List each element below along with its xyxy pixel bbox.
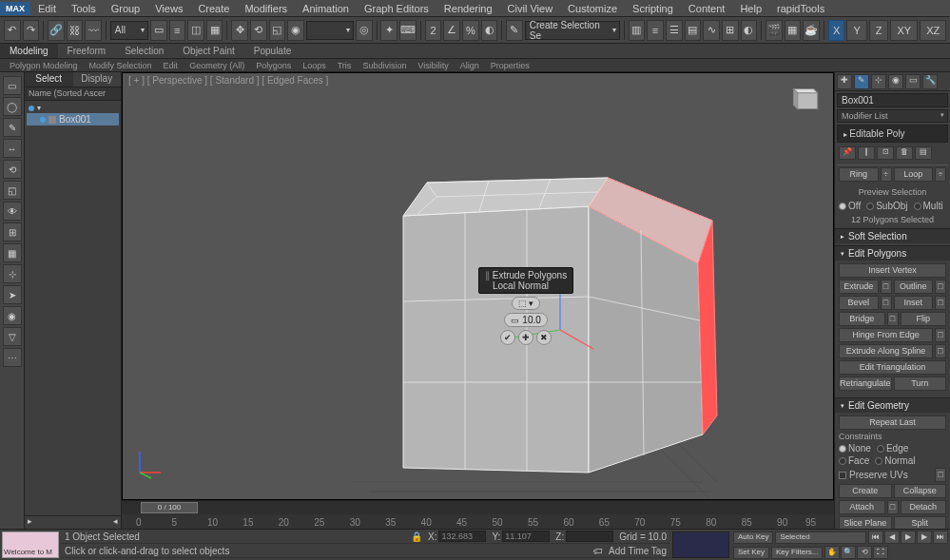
scene-node-box001[interactable]: Box001 (27, 113, 119, 126)
constraint-edge-radio[interactable]: Edge (877, 443, 908, 454)
undo-button[interactable]: ↶ (4, 20, 21, 41)
collapse-button[interactable]: Collapse (894, 484, 947, 498)
material-editor-button[interactable]: ◐ (741, 20, 758, 41)
rotate-button[interactable]: ⟲ (250, 20, 267, 41)
scene-expand-icon[interactable]: ▸ (28, 516, 32, 529)
nav-pan-button[interactable]: ✋ (824, 546, 840, 559)
menu-content[interactable]: Content (681, 1, 733, 16)
time-slider-knob[interactable]: 0 / 100 (141, 502, 198, 513)
attach-button[interactable]: Attach (839, 500, 885, 514)
axis-y-button[interactable]: Y (846, 20, 866, 41)
lt-misc[interactable]: ⋯ (3, 348, 22, 367)
ribbon-modeling[interactable]: Modeling (0, 44, 58, 58)
use-center-button[interactable]: ◎ (356, 20, 373, 41)
menu-scripting[interactable]: Scripting (625, 1, 681, 16)
goto-start-button[interactable]: ⏮ (868, 531, 883, 544)
render-setup-button[interactable]: 🎬 (766, 20, 783, 41)
create-button[interactable]: Create (839, 484, 892, 498)
ribbon-panel-loops[interactable]: Loops (297, 60, 332, 71)
axis-xz-button[interactable]: XZ (920, 20, 946, 41)
prev-frame-button[interactable]: ◀ (884, 531, 900, 544)
play-button[interactable]: ▶ (901, 531, 916, 544)
lt-snap[interactable]: ⊞ (3, 222, 22, 241)
extrude-spline-button[interactable]: Extrude Along Spline (839, 344, 933, 358)
snap-angle-button[interactable]: ∠ (443, 20, 460, 41)
detach-button[interactable]: Detach (901, 500, 947, 514)
ribbon-panel-modify-sel[interactable]: Modify Selection (84, 60, 158, 71)
inset-button[interactable]: Inset (894, 296, 934, 310)
menu-help[interactable]: Help (732, 1, 769, 16)
edit-named-sel-button[interactable]: ✎ (506, 20, 523, 41)
ribbon-panel-align[interactable]: Align (455, 60, 485, 71)
time-ruler[interactable]: 0 5 10 15 20 25 30 35 40 45 50 55 60 65 … (122, 514, 834, 530)
ribbon-panel-geometry[interactable]: Geometry (All) (184, 60, 250, 71)
auto-key-button[interactable]: Auto Key (733, 531, 773, 544)
rollout-editpoly-header[interactable]: Edit Polygons (835, 246, 950, 261)
cp-display-tab[interactable]: ▭ (905, 74, 921, 89)
bridge-button[interactable]: Bridge (839, 312, 885, 326)
axis-x-button[interactable]: X (828, 20, 845, 41)
menu-tools[interactable]: Tools (64, 1, 104, 16)
time-slider[interactable]: 0 / 100 (122, 501, 834, 514)
ribbon-panel-tris[interactable]: Tris (332, 60, 358, 71)
ref-coord-dropdown[interactable] (306, 21, 354, 40)
constraint-normal-radio[interactable]: Normal (875, 455, 915, 466)
cp-motion-tab[interactable]: ◉ (888, 74, 903, 89)
layer-explorer-button[interactable]: ▤ (685, 20, 702, 41)
nav-zoom-button[interactable]: 🔍 (841, 546, 856, 559)
layers-button[interactable]: ☰ (666, 20, 683, 41)
lt-arrow[interactable]: ➤ (3, 285, 22, 304)
ribbon-selection[interactable]: Selection (115, 44, 173, 58)
constraint-none-radio[interactable]: None (839, 443, 871, 454)
render-button[interactable]: ☕ (803, 20, 820, 41)
keyboard-shortcut-button[interactable]: ⌨ (399, 20, 417, 41)
coord-y-input[interactable] (502, 531, 550, 542)
show-result-button[interactable]: ∥ (858, 146, 875, 160)
cp-hierarchy-tab[interactable]: ⊹ (871, 74, 886, 89)
retriangulate-button[interactable]: Retriangulate (839, 377, 892, 391)
remove-mod-button[interactable]: 🗑 (896, 146, 913, 160)
cp-utilities-tab[interactable]: 🔧 (922, 74, 938, 89)
modifier-stack[interactable]: Editable Poly (837, 125, 948, 143)
stack-editable-poly[interactable]: Editable Poly (840, 127, 945, 140)
preview-subobj-radio[interactable]: SubObj (866, 201, 907, 211)
rollout-soft-header[interactable]: Soft Selection (835, 229, 950, 243)
lt-triangle[interactable]: ▽ (3, 327, 22, 346)
align-button[interactable]: ≡ (647, 20, 664, 41)
set-key-button[interactable]: Set Key (733, 547, 769, 559)
ribbon-panel-polygons[interactable]: Polygons (250, 60, 297, 71)
edit-tri-button[interactable]: Edit Triangulation (839, 360, 946, 375)
render-frame-button[interactable]: ▦ (785, 20, 802, 41)
menu-edit[interactable]: Edit (30, 1, 64, 16)
add-time-tag-button[interactable]: Add Time Tag (609, 546, 667, 556)
link-button[interactable]: 🔗 (48, 20, 65, 41)
ribbon-freeform[interactable]: Freeform (58, 44, 116, 58)
ribbon-panel-subdiv[interactable]: Subdivision (357, 60, 412, 71)
redo-button[interactable]: ↷ (23, 20, 40, 41)
preview-multi-radio[interactable]: Multi (914, 201, 943, 211)
key-filters-button[interactable]: Key Filters... (771, 547, 823, 559)
scene-node-root[interactable]: ▾ (27, 103, 119, 113)
attach-list-button[interactable]: □ (887, 500, 899, 514)
maxscript-listener[interactable]: Welcome to M (2, 531, 59, 558)
visibility-dot-icon[interactable] (29, 106, 34, 111)
viewcube[interactable] (784, 79, 824, 119)
named-sel-dropdown[interactable]: Create Selection Se (525, 21, 620, 40)
axis-xy-button[interactable]: XY (890, 20, 918, 41)
ribbon-panel-visibility[interactable]: Visibility (412, 60, 454, 71)
ribbon-panel-edit[interactable]: Edit (158, 60, 184, 71)
ribbon-panel-properties[interactable]: Properties (485, 60, 535, 71)
mirror-button[interactable]: ▥ (629, 20, 646, 41)
rollout-editgeo-header[interactable]: Edit Geometry (835, 398, 950, 413)
ring-button[interactable]: Ring (839, 167, 879, 182)
cp-create-tab[interactable]: ✚ (837, 74, 852, 89)
bind-spacewarp-button[interactable]: 〰 (85, 20, 102, 41)
menu-views[interactable]: Views (147, 1, 190, 16)
snap-percent-button[interactable]: % (462, 20, 479, 41)
coord-z-input[interactable] (566, 531, 613, 542)
menu-create[interactable]: Create (190, 1, 237, 16)
lt-rotate[interactable]: ⟲ (3, 160, 22, 179)
placement-button[interactable]: ◉ (287, 20, 304, 41)
viewport[interactable]: [ + ] [ Perspective ] [ Standard ] [ Edg… (122, 72, 834, 500)
animation-thumbnail[interactable] (672, 531, 729, 558)
